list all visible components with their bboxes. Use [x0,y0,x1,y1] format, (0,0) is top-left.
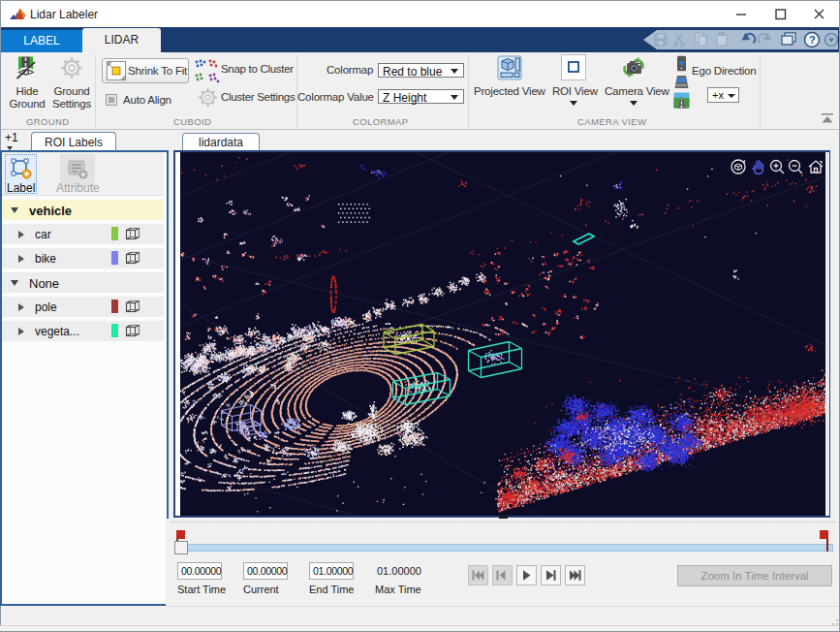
svg-text:↖: ↖ [109,63,112,68]
svg-text:?: ? [809,34,816,46]
